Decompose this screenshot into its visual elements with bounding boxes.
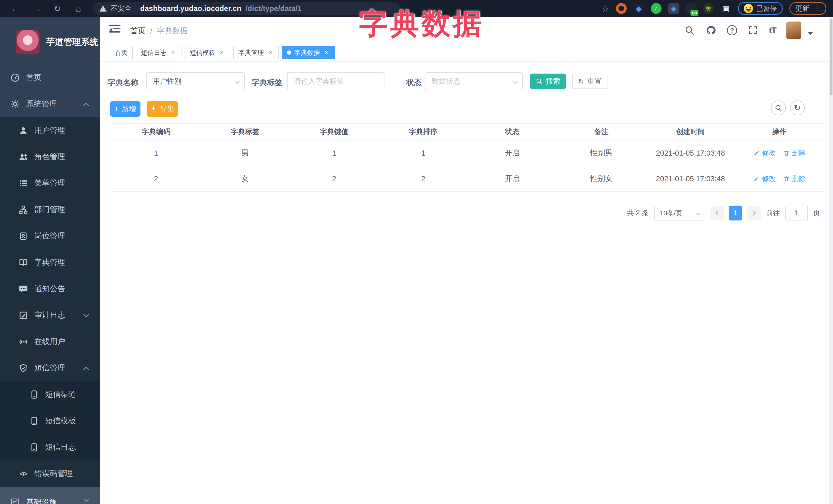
sidebar-item-label: 审计日志 [34,310,65,320]
sidebar-collapse-icon[interactable] [109,25,120,36]
bookmark-star-icon[interactable]: ☆ [601,3,609,14]
shield-check-icon [19,363,28,373]
current-page-button[interactable]: 1 [729,206,742,220]
breadcrumb-home-link[interactable]: 首页 [130,26,146,36]
browser-back-icon[interactable]: ← [10,3,21,14]
sidebar-item-sms-channel[interactable]: 短信渠道 [0,381,100,408]
avatar-caret-icon[interactable] [808,32,813,35]
sidebar-item-role-mgmt[interactable]: 角色管理 [0,144,100,170]
table-row: 1 男 1 1 开启 性别男 2021-01-05 17:03:48 修改 删除 [112,141,824,166]
sidebar-item-menu-mgmt[interactable]: 菜单管理 [0,170,100,196]
edit-link[interactable]: 修改 [753,174,776,183]
goto-page-input[interactable] [785,206,808,220]
sidebar-item-sms-mgmt[interactable]: 短信管理 [0,355,100,381]
edit-link-label: 修改 [762,148,776,158]
sidebar-item-notice[interactable]: 通知公告 [0,275,100,302]
browser-forward-icon[interactable]: → [31,3,42,14]
sidebar-item-online-users[interactable]: 在线用户 [0,329,100,355]
scrollbar-thumb[interactable] [830,19,832,95]
extension-stats-icon[interactable]: ◆ [668,3,679,14]
reset-button[interactable]: ↻ 重置 [572,74,608,89]
status-select[interactable]: 数据状态 [425,72,523,90]
users-icon [19,152,28,162]
refresh-icon: ↻ [578,77,584,86]
next-page-button[interactable] [747,206,761,220]
extension-green-check-icon[interactable]: ✓ [651,3,662,14]
tag-home[interactable]: 首页 [110,46,133,59]
not-secure-warning-icon: ! [99,5,106,11]
sidebar-item-home[interactable]: 首页 [0,64,100,91]
extensions-puzzle-icon[interactable]: ▣ [720,3,731,14]
github-icon[interactable] [705,25,717,36]
not-secure-label[interactable]: 不安全 [111,4,132,13]
tag-sms-template[interactable]: 短信模板 × [185,46,230,59]
browser-menu-dots-icon[interactable]: ⋮ [814,5,820,13]
sidebar-logo-row[interactable]: 芋道管理系统 [0,17,100,58]
breadcrumb-current: 字典数据 [157,26,188,36]
sidebar-item-post-mgmt[interactable]: 岗位管理 [0,223,100,249]
browser-home-icon[interactable]: ⌂ [73,3,84,14]
sidebar-item-system[interactable]: 系统管理 [0,91,100,117]
col-header: 字典排序 [379,127,468,137]
extension-switch-icon[interactable]: on [686,3,696,14]
col-header: 字典标签 [201,127,290,137]
export-button[interactable]: 导出 [147,101,178,117]
cell-label: 男 [201,148,290,158]
page-unit-label: 页 [813,208,820,218]
browser-reload-icon[interactable]: ↻ [52,3,63,14]
extension-blue-gem-icon[interactable]: ◆ [633,3,644,14]
tag-sms-log[interactable]: 短信日志 × [136,46,182,59]
dict-label-input[interactable]: 请输入字典标签 [287,72,384,90]
avatar[interactable] [786,22,801,39]
close-icon[interactable]: × [323,49,330,56]
screen: ← → ↻ ⌂ ! 不安全 dashboard.yudao.iocoder.cn… [0,0,833,504]
tag-dict-mgmt[interactable]: 字典管理 × [233,46,279,59]
extension-orange-icon[interactable] [616,3,627,14]
fullscreen-icon[interactable] [747,25,759,36]
sidebar-item-sms-log[interactable]: 短信日志 [0,434,100,460]
help-icon[interactable]: ? [727,25,737,35]
dict-name-label: 字典名称 [108,77,138,88]
toggle-search-button[interactable] [771,100,786,115]
search-button[interactable]: 搜索 [530,74,566,89]
delete-link[interactable]: 删除 [783,148,806,158]
profile-paused-pill[interactable]: 已暂停 [738,2,783,15]
sidebar-item-label: 短信管理 [34,363,65,373]
delete-link[interactable]: 删除 [783,174,806,183]
browser-scrollbar[interactable] [829,17,833,504]
add-button[interactable]: + 新增 [110,101,140,117]
table-row: 2 女 2 2 开启 性别女 2021-01-05 17:03:48 修改 删除 [112,166,824,192]
sidebar-item-label: 短信渠道 [45,389,76,400]
search-icon[interactable] [684,25,695,36]
refresh-table-button[interactable]: ↻ [790,100,805,115]
col-header: 字典编码 [112,127,201,137]
page-size-select[interactable]: 10条/页 [654,206,705,220]
font-size-icon[interactable]: tT [769,25,776,35]
extension-leaf-icon[interactable]: ❀ [703,3,714,14]
sidebar-item-audit-log[interactable]: 审计日志 [0,302,100,329]
cell-status: 开启 [468,173,557,184]
sidebar-item-label: 错误码管理 [34,469,73,479]
address-bar[interactable]: ! 不安全 dashboard.yudao.iocoder.cn /dict/t… [92,2,400,15]
chevron-up-icon [83,103,89,109]
edit-link[interactable]: 修改 [753,148,776,158]
sidebar-item-errcode-mgmt[interactable]: </> 错误码管理 [0,460,100,487]
sidebar-item-dict-mgmt[interactable]: 字典管理 [0,249,100,275]
sidebar-item-infra[interactable]: 基础设施 [0,487,100,504]
tag-dict-data[interactable]: 字典数据 × [282,46,335,59]
prev-page-button[interactable] [711,206,724,220]
cell-status: 开启 [468,148,557,158]
browser-update-pill[interactable]: 更新 ⋮ [789,2,826,15]
chevron-down-icon [695,211,700,216]
col-header: 操作 [735,127,824,137]
dict-label-label: 字典标签 [252,77,282,88]
sidebar-item-sms-template[interactable]: 短信模板 [0,408,100,434]
sidebar-item-user-mgmt[interactable]: 用户管理 [0,117,100,144]
dict-name-select[interactable]: 用户性别 [146,72,245,90]
close-icon[interactable]: × [170,49,176,56]
close-icon[interactable]: × [218,49,225,56]
sidebar-item-dept-mgmt[interactable]: 部门管理 [0,196,100,223]
close-icon[interactable]: × [267,49,274,56]
breadcrumb: 首页 / 字典数据 [130,26,188,36]
org-tree-icon [19,205,28,215]
